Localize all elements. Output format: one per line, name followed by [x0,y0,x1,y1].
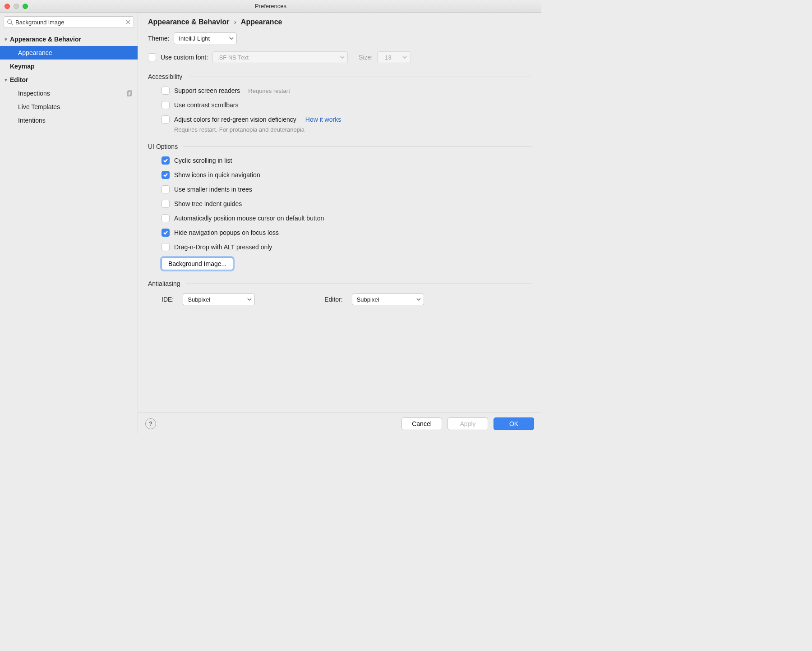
search-input-wrapper[interactable] [4,16,134,28]
antialias-ide-select[interactable]: Subpixel [183,293,255,305]
adjust-colors-label: Adjust colors for red-green vision defic… [174,116,296,123]
hide-nav-popups-label: Hide navigation popups on focus loss [174,229,279,236]
antialias-editor-label: Editor: [324,296,342,303]
sidebar-item-appearance[interactable]: Appearance [0,46,138,60]
adjust-colors-hint: Requires restart. For protanopia and deu… [174,126,531,133]
breadcrumb: Appearance & Behavior › Appearance [148,18,531,26]
help-button[interactable]: ? [145,418,156,429]
divider [188,77,531,77]
chevron-down-icon [399,52,411,63]
theme-select[interactable]: IntelliJ Light [174,32,237,44]
sidebar-item-label: Keymap [10,63,138,70]
antialias-editor-value: Subpixel [357,296,379,303]
theme-value: IntelliJ Light [179,35,210,42]
titlebar: Preferences [0,0,541,13]
breadcrumb-current: Appearance [241,18,282,26]
support-screen-readers-label: Support screen readers [174,87,240,94]
sidebar-item-label: Editor [10,76,138,83]
use-custom-font-label: Use custom font: [161,54,208,61]
divider [186,284,531,284]
sidebar-item-editor[interactable]: ▼ Editor [0,73,138,87]
tree-indent-guides-label: Show tree indent guides [174,200,242,207]
sidebar-item-label: Appearance & Behavior [10,36,138,43]
section-ui-options-title: UI Options [148,143,178,150]
auto-cursor-checkbox[interactable] [161,214,170,222]
smaller-indents-label: Use smaller indents in trees [174,186,252,193]
cancel-button[interactable]: Cancel [401,417,442,430]
sidebar-item-intentions[interactable]: Intentions [0,114,138,127]
sidebar-item-label: Inspections [18,90,138,97]
drag-alt-label: Drag-n-Drop with ALT pressed only [174,243,272,251]
search-input[interactable] [15,19,125,26]
divider [183,147,531,147]
copy-icon [127,90,133,96]
antialias-ide-value: Subpixel [188,296,210,303]
sidebar-item-label: Intentions [18,117,138,124]
sidebar-item-label: Live Templates [18,103,138,110]
section-antialiasing-title: Antialiasing [148,280,180,287]
contrast-scrollbars-label: Use contrast scrollbars [174,101,238,109]
chevron-right-icon: › [234,18,236,26]
auto-cursor-label: Automatically position mouse cursor on d… [174,215,324,222]
section-accessibility-title: Accessibility [148,73,182,80]
sidebar-item-inspections[interactable]: Inspections [0,87,138,100]
antialias-ide-label: IDE: [161,296,174,303]
drag-alt-checkbox[interactable] [161,243,170,251]
tree-indent-guides-checkbox[interactable] [161,200,170,208]
sidebar-item-live-templates[interactable]: Live Templates [0,100,138,114]
chevron-down-icon [416,297,421,302]
search-icon [7,19,13,25]
font-size-value: 13 [378,52,398,63]
hide-nav-popups-checkbox[interactable] [161,229,170,237]
smaller-indents-checkbox[interactable] [161,185,170,193]
apply-button[interactable]: Apply [448,417,488,430]
how-it-works-link[interactable]: How it works [305,116,341,123]
svg-point-0 [8,20,12,24]
chevron-down-icon [229,36,234,41]
contrast-scrollbars-checkbox[interactable] [161,101,170,109]
background-image-button[interactable]: Background Image... [161,257,233,270]
cyclic-scrolling-label: Cyclic scrolling in list [174,157,232,164]
font-size-label: Size: [359,54,373,61]
font-value: .SF NS Text [217,54,249,61]
dialog-footer: ? Cancel Apply OK [138,413,541,434]
antialias-editor-select[interactable]: Subpixel [352,293,424,305]
quick-nav-icons-checkbox[interactable] [161,171,170,179]
ok-button[interactable]: OK [494,417,534,430]
font-size-stepper: 13 [377,51,411,63]
use-custom-font-checkbox[interactable] [148,53,156,61]
sidebar-item-label: Appearance [18,49,138,56]
requires-restart-hint: Requires restart [248,87,290,94]
settings-tree: ▼ Appearance & Behavior Appearance ▼ Key… [0,31,138,127]
breadcrumb-parent: Appearance & Behavior [148,18,230,26]
window-title: Preferences [0,3,541,9]
quick-nav-icons-label: Show icons in quick navigation [174,171,260,179]
font-family-select: .SF NS Text [212,51,348,63]
sidebar: ▼ Appearance & Behavior Appearance ▼ Key… [0,13,138,434]
clear-search-icon[interactable] [125,19,131,25]
chevron-down-icon [340,55,345,60]
cyclic-scrolling-checkbox[interactable] [161,156,170,165]
chevron-down-icon [247,297,252,302]
adjust-colors-checkbox[interactable] [161,115,170,124]
theme-label: Theme: [148,35,169,42]
support-screen-readers-checkbox[interactable] [161,87,170,95]
sidebar-item-keymap[interactable]: ▼ Keymap [0,60,138,73]
svg-line-1 [11,23,13,25]
sidebar-item-appearance-behavior[interactable]: ▼ Appearance & Behavior [0,32,138,46]
